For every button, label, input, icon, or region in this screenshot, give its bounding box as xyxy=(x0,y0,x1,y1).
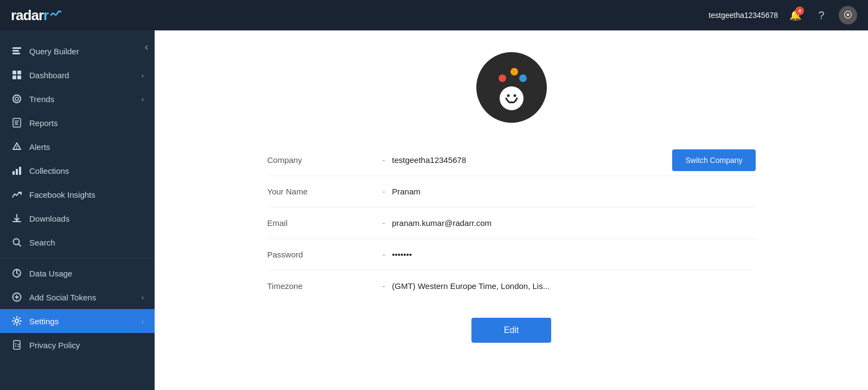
svg-rect-6 xyxy=(17,76,21,79)
svg-point-31 xyxy=(507,95,509,97)
avatar-image xyxy=(487,63,536,112)
sidebar: ‹ Query Builder Dashboard › Trends xyxy=(0,30,155,390)
svg-rect-26 xyxy=(15,343,16,344)
company-row: Company - testgeetha12345678 Switch Comp… xyxy=(267,144,756,176)
svg-point-34 xyxy=(510,68,518,76)
svg-rect-28 xyxy=(15,345,16,347)
sidebar-item-add-social-tokens[interactable]: Add Social Tokens › xyxy=(0,285,155,309)
svg-rect-25 xyxy=(14,341,20,349)
alerts-icon xyxy=(11,142,23,152)
svg-point-14 xyxy=(16,148,17,149)
logo[interactable]: radar r xyxy=(11,7,62,24)
switch-company-button[interactable]: Switch Company xyxy=(672,149,755,171)
sidebar-label-privacy-policy: Privacy Policy xyxy=(29,341,144,350)
sidebar-label-alerts: Alerts xyxy=(29,142,144,152)
svg-rect-16 xyxy=(16,169,18,175)
sidebar-item-facebook-insights[interactable]: Facebook Insights xyxy=(0,183,155,206)
password-value: ••••••• xyxy=(392,250,756,259)
profile-table: Company - testgeetha12345678 Switch Comp… xyxy=(267,144,756,301)
edit-button[interactable]: Edit xyxy=(471,318,552,343)
top-navigation: radar r testgeetha12345678 🔔 4 ? ⦿ xyxy=(0,0,868,30)
svg-rect-12 xyxy=(15,124,18,125)
sidebar-label-data-usage: Data Usage xyxy=(29,269,144,278)
user-avatar-button[interactable]: ⦿ xyxy=(839,6,857,24)
timezone-value: (GMT) Western Europe Time, London, Lis..… xyxy=(392,281,756,291)
sidebar-item-search[interactable]: Search xyxy=(0,230,155,254)
svg-rect-11 xyxy=(15,122,18,123)
sidebar-label-trends: Trends xyxy=(29,95,142,104)
trends-arrow-icon: › xyxy=(142,95,144,103)
sidebar-label-collections: Collections xyxy=(29,166,144,175)
svg-point-30 xyxy=(500,86,524,110)
sidebar-label-reports: Reports xyxy=(29,118,144,128)
sidebar-navigation: Query Builder Dashboard › Trends › xyxy=(0,30,155,390)
notifications-button[interactable]: 🔔 4 xyxy=(787,7,804,24)
svg-point-8 xyxy=(15,97,18,100)
sidebar-item-trends[interactable]: Trends › xyxy=(0,87,155,111)
sidebar-collapse-button[interactable]: ‹ xyxy=(145,41,148,53)
sidebar-item-dashboard[interactable]: Dashboard › xyxy=(0,63,155,87)
svg-rect-10 xyxy=(15,121,19,122)
name-value: Pranam xyxy=(392,187,756,196)
help-icon: ? xyxy=(818,9,824,22)
profile-avatar xyxy=(476,52,547,123)
email-dash: - xyxy=(376,218,392,228)
sidebar-item-reports[interactable]: Reports xyxy=(0,111,155,135)
svg-rect-4 xyxy=(17,71,21,74)
sidebar-divider xyxy=(0,257,155,258)
svg-rect-13 xyxy=(16,146,17,148)
settings-arrow-icon: › xyxy=(142,317,144,325)
sidebar-item-collections[interactable]: Collections xyxy=(0,159,155,183)
facebook-insights-icon xyxy=(11,190,23,199)
data-usage-icon xyxy=(11,268,23,278)
dashboard-icon xyxy=(11,70,23,80)
sidebar-label-query-builder: Query Builder xyxy=(29,47,144,56)
sidebar-label-settings: Settings xyxy=(29,317,142,326)
reports-icon xyxy=(11,118,23,128)
company-label: Company xyxy=(267,155,376,165)
svg-rect-0 xyxy=(12,47,21,49)
sidebar-item-settings[interactable]: Settings › xyxy=(0,309,155,333)
timezone-label: Timezone xyxy=(267,281,376,291)
collections-icon xyxy=(11,166,23,175)
sidebar-item-privacy-policy[interactable]: Privacy Policy xyxy=(0,333,155,357)
username-display: testgeetha12345678 xyxy=(709,11,778,20)
svg-rect-27 xyxy=(17,344,20,345)
svg-point-33 xyxy=(499,74,506,82)
svg-line-19 xyxy=(18,244,21,246)
svg-point-7 xyxy=(13,95,21,103)
sidebar-label-downloads: Downloads xyxy=(29,214,144,223)
svg-rect-5 xyxy=(12,76,16,79)
add-social-tokens-arrow-icon: › xyxy=(142,293,144,301)
password-row: Password - ••••••• xyxy=(267,239,756,271)
avatar-icon: ⦿ xyxy=(844,10,852,20)
add-social-tokens-icon xyxy=(11,292,23,302)
name-label: Your Name xyxy=(267,187,376,196)
svg-rect-2 xyxy=(12,53,20,54)
search-icon xyxy=(11,237,23,247)
company-dash: - xyxy=(376,155,392,165)
svg-rect-15 xyxy=(12,171,15,175)
topnav-right: testgeetha12345678 🔔 4 ? ⦿ xyxy=(709,6,857,24)
help-button[interactable]: ? xyxy=(813,7,830,24)
main-layout: ‹ Query Builder Dashboard › Trends xyxy=(0,30,868,390)
privacy-policy-icon xyxy=(11,340,23,350)
svg-rect-1 xyxy=(12,50,19,52)
svg-rect-29 xyxy=(17,346,20,347)
name-dash: - xyxy=(376,187,392,196)
name-row: Your Name - Pranam xyxy=(267,176,756,207)
svg-point-24 xyxy=(15,319,18,323)
password-label: Password xyxy=(267,250,376,259)
sidebar-item-data-usage[interactable]: Data Usage xyxy=(0,261,155,285)
sidebar-item-query-builder[interactable]: Query Builder xyxy=(0,39,155,63)
sidebar-label-dashboard: Dashboard xyxy=(29,71,142,80)
email-label: Email xyxy=(267,218,376,228)
sidebar-item-downloads[interactable]: Downloads xyxy=(0,206,155,230)
timezone-row: Timezone - (GMT) Western Europe Time, Lo… xyxy=(267,271,756,301)
svg-point-32 xyxy=(513,95,516,97)
content-area: Company - testgeetha12345678 Switch Comp… xyxy=(155,30,868,390)
timezone-dash: - xyxy=(376,281,392,291)
trends-icon xyxy=(11,94,23,104)
sidebar-item-alerts[interactable]: Alerts xyxy=(0,135,155,159)
sidebar-label-add-social-tokens: Add Social Tokens xyxy=(29,293,142,302)
